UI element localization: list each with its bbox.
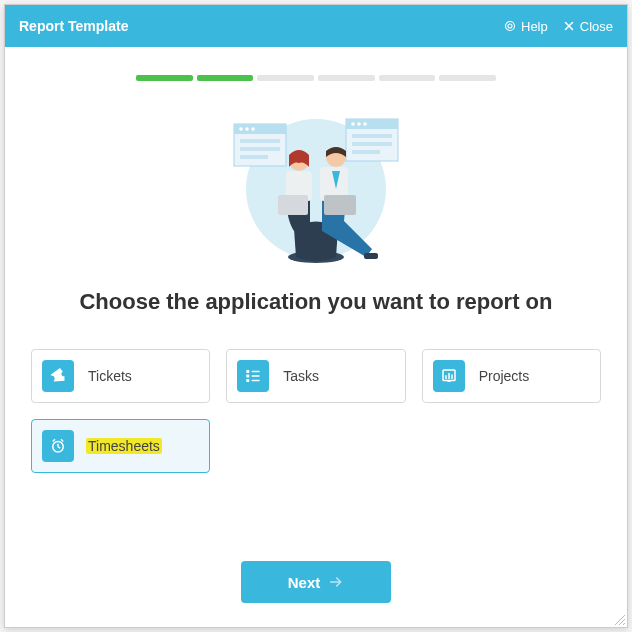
progress-bar <box>136 75 496 81</box>
page-heading: Choose the application you want to repor… <box>25 289 607 315</box>
svg-point-9 <box>251 127 255 131</box>
progress-step <box>197 75 254 81</box>
svg-line-43 <box>53 439 55 441</box>
svg-rect-36 <box>445 375 447 379</box>
svg-point-7 <box>239 127 243 131</box>
arrow-right-icon <box>328 574 344 590</box>
option-label: Tasks <box>281 368 321 384</box>
svg-rect-27 <box>324 195 356 215</box>
report-template-modal: Report Template Help Close <box>4 4 628 628</box>
progress-step <box>257 75 314 81</box>
svg-rect-10 <box>240 139 280 143</box>
svg-point-1 <box>508 24 512 28</box>
modal-body: Choose the application you want to repor… <box>5 47 627 627</box>
svg-rect-39 <box>447 381 450 383</box>
illustration <box>216 99 416 269</box>
svg-rect-19 <box>352 142 392 146</box>
svg-rect-28 <box>364 253 378 259</box>
progress-step <box>439 75 496 81</box>
application-options: Tickets Tasks Projects Timesheets <box>25 349 607 473</box>
option-tickets[interactable]: Tickets <box>31 349 210 403</box>
next-label: Next <box>288 574 321 591</box>
ticket-icon <box>42 360 74 392</box>
option-label: Timesheets <box>86 438 162 454</box>
modal-header: Report Template Help Close <box>5 5 627 47</box>
svg-line-42 <box>58 447 60 449</box>
svg-rect-30 <box>252 371 260 373</box>
close-button[interactable]: Close <box>562 19 613 34</box>
svg-point-17 <box>363 122 367 126</box>
svg-rect-38 <box>451 375 453 380</box>
option-tasks[interactable]: Tasks <box>226 349 405 403</box>
option-label: Tickets <box>86 368 134 384</box>
svg-rect-12 <box>240 155 268 159</box>
svg-point-8 <box>245 127 249 131</box>
option-label: Projects <box>477 368 532 384</box>
svg-rect-33 <box>247 379 250 382</box>
svg-rect-11 <box>240 147 280 151</box>
modal-footer: Next <box>25 561 607 609</box>
progress-step <box>318 75 375 81</box>
option-timesheets[interactable]: Timesheets <box>31 419 210 473</box>
progress-step <box>136 75 193 81</box>
svg-rect-34 <box>252 380 260 382</box>
modal-title: Report Template <box>19 18 503 34</box>
svg-point-15 <box>351 122 355 126</box>
svg-rect-18 <box>352 134 392 138</box>
next-button[interactable]: Next <box>241 561 391 603</box>
svg-rect-32 <box>252 375 260 377</box>
help-label: Help <box>521 19 548 34</box>
header-actions: Help Close <box>503 19 613 34</box>
svg-line-48 <box>623 623 625 625</box>
svg-point-0 <box>506 22 515 31</box>
clock-icon <box>42 430 74 462</box>
svg-point-16 <box>357 122 361 126</box>
close-icon <box>562 19 576 33</box>
option-projects[interactable]: Projects <box>422 349 601 403</box>
svg-rect-20 <box>352 150 380 154</box>
progress-step <box>379 75 436 81</box>
help-button[interactable]: Help <box>503 19 548 34</box>
svg-rect-37 <box>448 373 450 379</box>
close-label: Close <box>580 19 613 34</box>
projects-icon <box>433 360 465 392</box>
resize-handle[interactable] <box>612 612 626 626</box>
svg-rect-24 <box>278 195 308 215</box>
svg-line-44 <box>61 439 63 441</box>
svg-rect-31 <box>247 375 250 378</box>
help-icon <box>503 19 517 33</box>
svg-rect-29 <box>247 370 250 373</box>
tasks-icon <box>237 360 269 392</box>
